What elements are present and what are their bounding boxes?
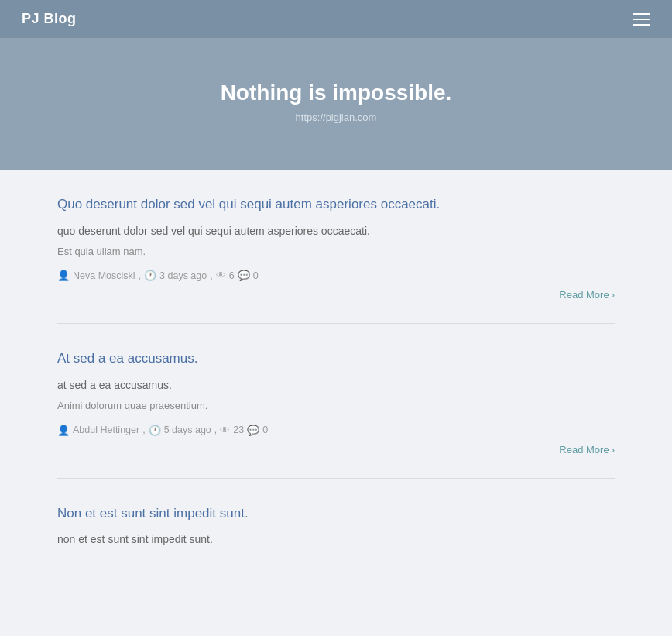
post-meta: 👤 Neva Mosciski , 🕐 3 days ago , 👁 6 💬 0 <box>57 270 615 281</box>
post-excerpt: Animi dolorum quae praesentium. <box>57 398 615 414</box>
clock-icon: 🕐 <box>144 270 156 281</box>
post-comments: 0 <box>253 270 259 281</box>
post-title-link[interactable]: Non et est sunt sint impedit sunt. <box>57 506 249 521</box>
meta-separator-2: , <box>214 425 217 435</box>
post-excerpt: Est quia ullam nam. <box>57 244 615 260</box>
author-icon: 👤 <box>57 425 70 436</box>
menu-toggle-button[interactable] <box>633 13 650 26</box>
comments-icon: 💬 <box>247 425 259 436</box>
hero-subtitle: https://pigjian.com <box>15 112 657 123</box>
read-more-button[interactable]: Read More › <box>559 444 615 456</box>
site-brand: PJ Blog <box>22 11 77 27</box>
post-comments: 0 <box>262 425 268 435</box>
hamburger-line-3 <box>633 24 650 26</box>
read-more-row: Read More › <box>57 287 615 301</box>
views-icon: 👁 <box>216 270 226 281</box>
hero-title: Nothing is impossible. <box>15 81 657 105</box>
meta-separator-1: , <box>142 425 145 435</box>
post-card: At sed a ea accusamus. at sed a ea accus… <box>57 324 615 478</box>
post-title: Quo deserunt dolor sed vel qui sequi aut… <box>57 194 615 215</box>
hamburger-line-1 <box>633 13 650 15</box>
author-icon: 👤 <box>57 270 70 281</box>
post-meta: 👤 Abdul Hettinger , 🕐 5 days ago , 👁 23 … <box>57 425 615 436</box>
posts-list: Quo deserunt dolor sed vel qui sequi aut… <box>42 170 630 575</box>
post-author: Abdul Hettinger <box>73 425 139 435</box>
post-excerpt-bold: quo deserunt dolor sed vel qui sequi aut… <box>57 222 615 239</box>
read-more-row: Read More › <box>57 442 615 456</box>
post-title-link[interactable]: At sed a ea accusamus. <box>57 351 197 366</box>
post-excerpt-bold: at sed a ea accusamus. <box>57 376 615 394</box>
chevron-right-icon: › <box>612 444 615 456</box>
post-card: Quo deserunt dolor sed vel qui sequi aut… <box>57 170 615 324</box>
post-excerpt-bold: non et est sunt sint impedit sunt. <box>57 531 615 548</box>
post-title: At sed a ea accusamus. <box>57 349 615 369</box>
meta-separator-1: , <box>139 270 141 281</box>
hero-section: Nothing is impossible. https://pigjian.c… <box>0 38 672 170</box>
post-time: 3 days ago <box>159 270 207 281</box>
post-title: Non et est sunt sint impedit sunt. <box>57 504 615 524</box>
clock-icon: 🕐 <box>149 425 161 436</box>
read-more-label: Read More <box>559 444 609 456</box>
views-icon: 👁 <box>220 425 230 436</box>
post-card: Non et est sunt sint impedit sunt. non e… <box>57 479 615 575</box>
post-title-link[interactable]: Quo deserunt dolor sed vel qui sequi aut… <box>57 197 440 211</box>
meta-separator-2: , <box>210 270 212 281</box>
post-views: 6 <box>229 270 235 281</box>
read-more-button[interactable]: Read More › <box>559 289 615 301</box>
read-more-label: Read More <box>559 289 609 301</box>
navbar: PJ Blog <box>0 0 672 38</box>
hamburger-line-2 <box>633 19 650 20</box>
post-author: Neva Mosciski <box>73 270 135 281</box>
post-views: 23 <box>233 425 244 435</box>
comments-icon: 💬 <box>238 270 250 281</box>
post-time: 5 days ago <box>164 425 211 435</box>
chevron-right-icon: › <box>612 289 615 301</box>
